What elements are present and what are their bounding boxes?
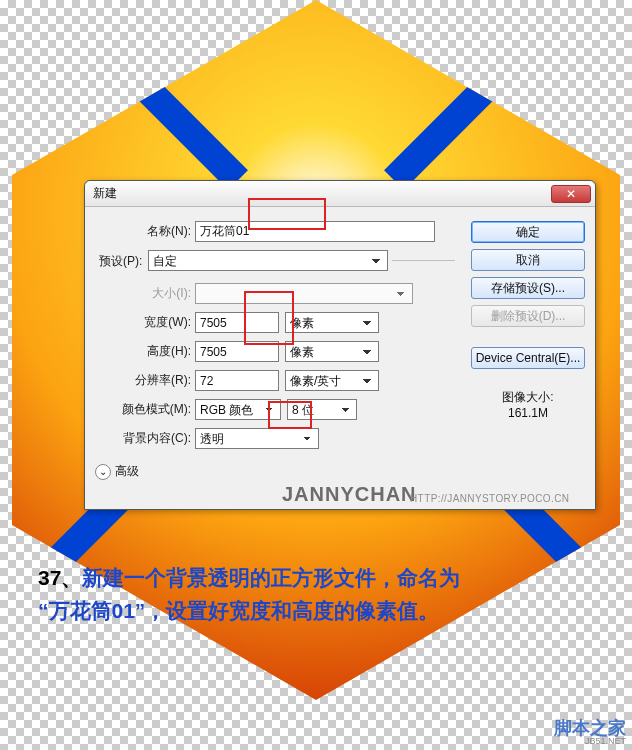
dialog-side-buttons: 确定 取消 存储预设(S)... 删除预设(D)... Device Centr… <box>467 207 595 509</box>
height-label: 高度(H): <box>95 343 195 360</box>
step-number: 37、 <box>38 566 82 589</box>
cancel-button[interactable]: 取消 <box>471 249 585 271</box>
mode-label: 颜色模式(M): <box>95 401 195 418</box>
dialog-form: 名称(N): 预设(P): 自定 大小(I): 宽度(W): <box>85 207 467 509</box>
filesize-block: 图像大小: 161.1M <box>471 389 585 420</box>
delete-preset-button: 删除预设(D)... <box>471 305 585 327</box>
close-button[interactable]: ✕ <box>551 185 591 203</box>
height-unit-select[interactable]: 像素 <box>285 341 379 362</box>
width-label: 宽度(W): <box>95 314 195 331</box>
width-unit-select[interactable]: 像素 <box>285 312 379 333</box>
chevron-down-icon: ⌄ <box>95 464 111 480</box>
tutorial-caption: 37、新建一个背景透明的正方形文件，命名为 “万花筒01”，设置好宽度和高度的像… <box>38 562 598 628</box>
name-label: 名称(N): <box>95 223 195 240</box>
save-preset-button[interactable]: 存储预设(S)... <box>471 277 585 299</box>
ok-button[interactable]: 确定 <box>471 221 585 243</box>
new-document-dialog: 新建 ✕ 名称(N): 预设(P): 自定 大小(I): <box>84 180 596 510</box>
depth-select[interactable]: 8 位 <box>287 399 357 420</box>
advanced-label: 高级 <box>115 463 139 480</box>
size-label: 大小(I): <box>95 285 195 302</box>
filesize-value: 161.1M <box>471 406 585 420</box>
site-watermark: 脚本之家 JB51.NET <box>554 719 626 746</box>
mode-select[interactable]: RGB 颜色 <box>195 399 281 420</box>
bg-label: 背景内容(C): <box>95 430 195 447</box>
close-icon: ✕ <box>566 188 576 200</box>
watermark-url: HTTP://JANNYSTORY.POCO.CN <box>410 493 569 504</box>
preset-label: 预设(P): <box>99 254 142 268</box>
watermark-artist: JANNYCHAN <box>282 483 417 506</box>
dialog-titlebar[interactable]: 新建 ✕ <box>85 181 595 207</box>
resolution-input[interactable] <box>195 370 279 391</box>
resolution-unit-select[interactable]: 像素/英寸 <box>285 370 379 391</box>
advanced-toggle[interactable]: ⌄ 高级 <box>95 463 455 480</box>
dialog-title: 新建 <box>93 185 117 202</box>
name-input[interactable] <box>195 221 435 242</box>
preset-fieldset: 预设(P): 自定 大小(I): 宽度(W): 像素 <box>95 250 455 457</box>
size-select <box>195 283 413 304</box>
resolution-label: 分辨率(R): <box>95 372 195 389</box>
device-central-button[interactable]: Device Central(E)... <box>471 347 585 369</box>
bg-select[interactable]: 透明 <box>195 428 319 449</box>
height-input[interactable] <box>195 341 279 362</box>
preset-select[interactable]: 自定 <box>148 250 388 271</box>
filesize-label: 图像大小: <box>471 389 585 406</box>
width-input[interactable] <box>195 312 279 333</box>
